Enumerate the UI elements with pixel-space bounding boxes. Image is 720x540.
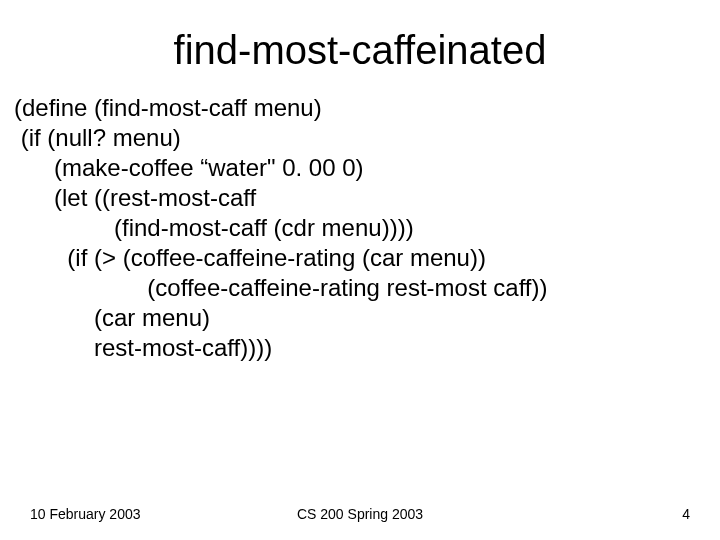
- footer-page-number: 4: [682, 506, 690, 522]
- code-line: (if (> (coffee-caffeine-rating (car menu…: [14, 244, 486, 271]
- slide: find-most-caffeinated (define (find-most…: [0, 0, 720, 540]
- code-block: (define (find-most-caff menu) (if (null?…: [14, 93, 700, 363]
- code-line: rest-most-caff)))): [14, 334, 272, 361]
- code-line: (car menu): [14, 304, 210, 331]
- code-line: (find-most-caff (cdr menu)))): [14, 214, 414, 241]
- code-line: (let ((rest-most-caff: [14, 184, 256, 211]
- code-line: (define (find-most-caff menu): [14, 94, 322, 121]
- slide-title: find-most-caffeinated: [20, 28, 700, 73]
- code-line: (make-coffee “water" 0. 00 0): [14, 154, 364, 181]
- code-line: (coffee-caffeine-rating rest-most caff)): [14, 274, 548, 301]
- footer-course: CS 200 Spring 2003: [0, 506, 720, 522]
- code-line: (if (null? menu): [14, 124, 181, 151]
